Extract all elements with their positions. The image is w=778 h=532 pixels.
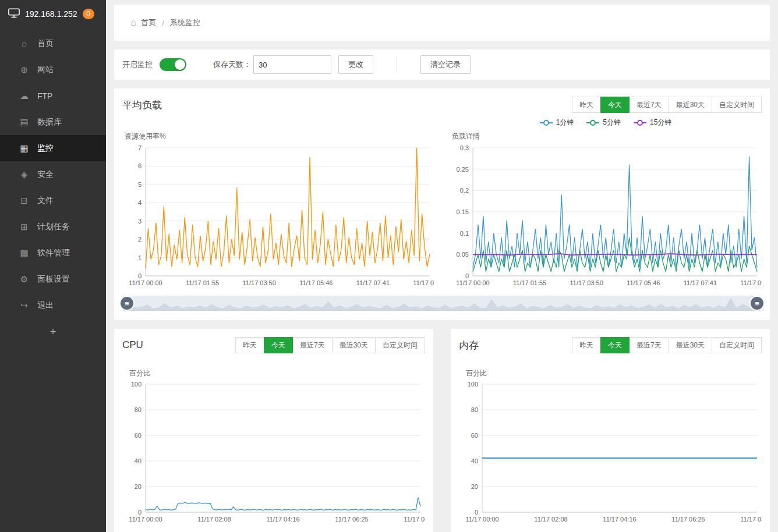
svg-text:11/17 03:50: 11/17 03:50 <box>243 279 276 286</box>
memory-filter-yesterday[interactable]: 昨天 <box>572 337 601 353</box>
sidebar-item-website[interactable]: ⊕ 网站 <box>0 56 106 83</box>
resource-usage-chart[interactable]: 0123456711/17 00:0011/17 01:5511/17 03:5… <box>122 143 434 289</box>
memory-chart[interactable]: 02040608010011/17 00:0011/17 02:0811/17 … <box>459 380 762 525</box>
load-panel-title: 平均负载 <box>122 98 162 112</box>
gear-icon: ⚙ <box>19 274 29 285</box>
clear-records-button[interactable]: 清空记录 <box>420 55 471 74</box>
cpu-filter-last30days[interactable]: 最近30天 <box>332 337 376 353</box>
sidebar-item-logout[interactable]: ↪ 退出 <box>0 292 106 318</box>
load-panel: 平均负载 昨天 今天 最近7天 最近30天 自定义时间 资源使用率% 01234… <box>114 88 770 320</box>
svg-text:11/17 05:46: 11/17 05:46 <box>299 279 333 286</box>
sidebar-add-button[interactable]: + <box>0 318 106 345</box>
sidebar-item-software[interactable]: ▩ 软件管理 <box>0 240 106 266</box>
datazoom-slider[interactable] <box>123 296 761 311</box>
resource-usage-chart-title: 资源使用率% <box>125 132 434 143</box>
cpu-filter-custom[interactable]: 自定义时间 <box>375 337 425 353</box>
datazoom-handle-left[interactable] <box>121 297 133 310</box>
sidebar-item-database[interactable]: ▤ 数据库 <box>0 109 106 135</box>
svg-text:6: 6 <box>138 162 142 169</box>
datazoom-preview <box>124 296 760 310</box>
memory-filter-custom[interactable]: 自定义时间 <box>712 337 762 353</box>
svg-text:11/17 02:08: 11/17 02:08 <box>197 516 231 523</box>
monitor-toggle[interactable] <box>160 58 186 71</box>
monitor-controls-bar: 开启监控 保存天数： 更改 清空记录 <box>114 49 770 80</box>
svg-text:11/17 07:41: 11/17 07:41 <box>684 279 717 286</box>
breadcrumb-separator: / <box>162 19 164 27</box>
cpu-chart-ylabel: 百分比 <box>129 368 425 378</box>
monitor-chart-icon: ▦ <box>19 143 29 154</box>
save-days-input[interactable] <box>253 55 331 74</box>
memory-chart-ylabel: 百分比 <box>466 368 762 378</box>
breadcrumb-current: 系统监控 <box>170 17 200 28</box>
cpu-chart[interactable]: 02040608010011/17 00:0011/17 02:0811/17 … <box>122 380 425 525</box>
datazoom-handle-right[interactable] <box>751 297 763 310</box>
legend-label: 1分钟 <box>556 118 574 127</box>
legend-marker-5min <box>586 122 599 123</box>
breadcrumb-home-link[interactable]: 首页 <box>141 17 156 28</box>
svg-text:7: 7 <box>138 144 142 151</box>
sidebar-item-label: 计划任务 <box>37 222 70 232</box>
message-count-badge[interactable]: 0 <box>83 9 94 19</box>
legend-marker-15min <box>634 122 646 123</box>
sidebar-item-monitor[interactable]: ▦ 监控 <box>0 135 106 161</box>
monitor-toggle-label: 开启监控 <box>122 59 153 70</box>
cpu-panel: CPU 昨天 今天 最近7天 最近30天 自定义时间 百分比 020406080… <box>114 329 433 532</box>
svg-text:100: 100 <box>131 381 142 388</box>
svg-text:80: 80 <box>135 406 142 413</box>
load-filter-today[interactable]: 今天 <box>600 97 630 113</box>
sidebar-item-security[interactable]: ◈ 安全 <box>0 161 106 187</box>
svg-text:11/17 00:00: 11/17 00:00 <box>456 279 489 286</box>
sidebar-item-files[interactable]: ⊟ 文件 <box>0 187 106 214</box>
legend-item-5min[interactable]: 5分钟 <box>586 118 621 127</box>
memory-filter-today[interactable]: 今天 <box>600 337 630 353</box>
sidebar-item-label: 退出 <box>37 300 54 311</box>
sidebar-item-label: 监控 <box>37 143 54 154</box>
svg-text:4: 4 <box>138 199 142 206</box>
svg-text:2: 2 <box>138 236 142 243</box>
sidebar-item-home[interactable]: ⌂ 首页 <box>0 30 106 56</box>
memory-filter-last7days[interactable]: 最近7天 <box>629 337 669 353</box>
legend-item-1min[interactable]: 1分钟 <box>540 118 574 127</box>
load-detail-chart[interactable]: 00.050.10.150.20.250.311/17 00:0011/17 0… <box>450 143 762 289</box>
load-filter-yesterday[interactable]: 昨天 <box>572 97 601 113</box>
cpu-filter-last7days[interactable]: 最近7天 <box>292 337 333 353</box>
sidebar-item-settings[interactable]: ⚙ 面板设置 <box>0 266 106 292</box>
load-panel-head: 平均负载 昨天 今天 最近7天 最近30天 自定义时间 <box>122 97 762 113</box>
load-time-filters: 昨天 今天 最近7天 最近30天 自定义时间 <box>572 97 762 113</box>
load-filter-last30days[interactable]: 最近30天 <box>669 97 712 113</box>
load-detail-chart-title: 负载详情 <box>452 132 762 143</box>
memory-filter-last30days[interactable]: 最近30天 <box>669 337 712 353</box>
svg-text:11/17 04:16: 11/17 04:16 <box>603 516 636 523</box>
sidebar-item-label: 文件 <box>37 196 54 206</box>
svg-text:11/17 01:55: 11/17 01:55 <box>513 279 546 286</box>
shield-icon: ◈ <box>19 169 29 180</box>
svg-text:11/17 01:55: 11/17 01:55 <box>186 279 219 286</box>
svg-text:0.15: 0.15 <box>457 208 469 215</box>
sidebar-item-label: 数据库 <box>37 117 62 127</box>
cpu-filter-yesterday[interactable]: 昨天 <box>235 337 264 353</box>
server-row[interactable]: 192.168.1.252 0 <box>0 0 106 28</box>
sidebar-item-cron[interactable]: ⊞ 计划任务 <box>0 214 106 240</box>
sidebar-item-ftp[interactable]: ☁ FTP <box>0 83 106 109</box>
cpu-filter-today[interactable]: 今天 <box>264 337 293 353</box>
folder-icon: ⊟ <box>19 196 29 206</box>
legend-item-15min[interactable]: 15分钟 <box>634 118 671 127</box>
svg-text:11/17 06:25: 11/17 06:25 <box>671 516 705 523</box>
svg-text:1: 1 <box>138 254 142 261</box>
load-filter-custom[interactable]: 自定义时间 <box>712 97 762 113</box>
svg-text:11/17 04:16: 11/17 04:16 <box>266 516 299 523</box>
svg-text:11/17 00:00: 11/17 00:00 <box>129 279 162 286</box>
svg-text:11/17 05:46: 11/17 05:46 <box>627 279 660 286</box>
legend-marker-1min <box>540 122 553 123</box>
save-days-label: 保存天数： <box>213 59 251 70</box>
svg-text:40: 40 <box>135 457 142 464</box>
change-button[interactable]: 更改 <box>338 55 373 74</box>
app-root: 192.168.1.252 0 ⌂ 首页 ⊕ 网站 ☁ FTP ▤ 数据库 ▦ … <box>0 0 778 532</box>
load-filter-last7days[interactable]: 最近7天 <box>629 97 669 113</box>
memory-panel-title: 内存 <box>459 339 479 352</box>
svg-text:20: 20 <box>135 483 142 490</box>
svg-text:11/17 00:00: 11/17 00:00 <box>129 516 162 523</box>
svg-text:100: 100 <box>468 381 478 388</box>
svg-text:11/17 07:41: 11/17 07:41 <box>356 279 390 286</box>
load-detail-chart-box: 1分钟 5分钟 15分钟 负载详情 00.050.10.150.20.250.3… <box>450 132 762 289</box>
